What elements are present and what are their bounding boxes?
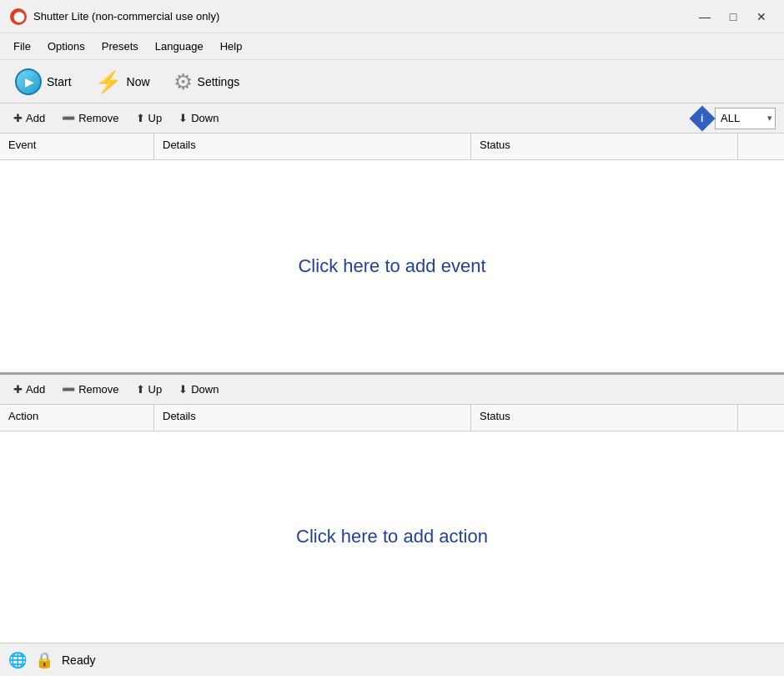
action-up-button[interactable]: ⬆ Up [131,381,168,397]
action-down-label: Down [191,383,219,396]
gear-icon: ⚙ [173,71,193,93]
action-table-body[interactable]: Click here to add action [0,431,784,643]
add-icon: ✚ [13,112,23,124]
event-col-details: Details [154,134,471,159]
title-bar: ⬤ Shutter Lite (non-commercial use only)… [0,0,784,33]
action-add-icon: ✚ [13,383,23,396]
action-add-label: Add [26,383,45,396]
app-icon: ⬤ [10,8,27,25]
event-down-button[interactable]: ⬇ Down [173,110,224,126]
action-down-icon: ⬇ [178,383,188,396]
action-remove-label: Remove [78,383,118,396]
app-title: Shutter Lite (non-commercial use only) [33,10,219,23]
action-col-status: Status [471,405,738,431]
action-col-details: Details [154,405,471,431]
event-add-button[interactable]: ✚ Add [8,110,50,126]
action-col-action: Action [0,405,154,431]
main-toolbar: ▶ Start ⚡ Now ⚙ Settings [0,60,784,103]
globe-icon: 🌐 [8,651,27,669]
event-up-label: Up [148,112,163,124]
event-down-label: Down [191,112,219,124]
event-add-prompt[interactable]: Click here to add event [298,255,485,277]
up-arrow-icon: ⬆ [136,112,145,124]
main-content: ✚ Add ➖ Remove ⬆ Up ⬇ Down i [0,103,784,643]
event-col-status: Status [471,134,738,159]
action-section: ✚ Add ➖ Remove ⬆ Up ⬇ Down Action Detail… [0,375,784,643]
action-add-button[interactable]: ✚ Add [8,381,50,397]
action-add-prompt[interactable]: Click here to add action [296,526,488,547]
title-bar-left: ⬤ Shutter Lite (non-commercial use only) [10,8,219,25]
settings-button[interactable]: ⚙ Settings [167,68,247,96]
action-remove-icon: ➖ [62,383,75,396]
start-icon: ▶ [15,68,42,95]
menu-language[interactable]: Language [148,38,210,55]
filter-wrapper: ALL Active Inactive ▾ [715,108,776,129]
event-filter-select[interactable]: ALL Active Inactive [715,108,776,129]
action-up-label: Up [148,383,163,396]
maximize-button[interactable]: □ [721,7,746,27]
event-section: ✚ Add ➖ Remove ⬆ Up ⬇ Down i [0,103,784,375]
action-up-icon: ⬆ [136,383,145,396]
title-bar-controls: — □ ✕ [692,7,774,27]
menu-options[interactable]: Options [41,38,92,55]
event-table-body[interactable]: Click here to add event [0,160,784,372]
event-remove-label: Remove [78,112,118,124]
down-arrow-icon: ⬇ [178,112,188,124]
status-text: Ready [62,653,95,667]
now-label: Now [127,75,150,88]
status-bar: 🌐 🔒 Ready [0,643,784,676]
event-toolbar: ✚ Add ➖ Remove ⬆ Up ⬇ Down i [0,103,784,134]
action-down-button[interactable]: ⬇ Down [173,381,224,397]
event-col-event: Event [0,134,154,159]
close-button[interactable]: ✕ [749,7,774,27]
action-toolbar: ✚ Add ➖ Remove ⬆ Up ⬇ Down [0,375,784,405]
menu-file[interactable]: File [7,38,38,55]
settings-label: Settings [198,75,240,88]
info-diamond-button[interactable]: i [689,105,715,131]
start-button[interactable]: ▶ Start [8,65,78,98]
action-table-header: Action Details Status [0,405,784,431]
lightning-icon: ⚡ [95,71,122,93]
menu-presets[interactable]: Presets [95,38,145,55]
menu-bar: File Options Presets Language Help [0,33,784,60]
remove-icon: ➖ [62,112,75,124]
event-up-button[interactable]: ⬆ Up [131,110,168,126]
start-label: Start [47,75,72,88]
now-button[interactable]: ⚡ Now [88,68,157,96]
event-toolbar-right: i ALL Active Inactive ▾ [693,108,776,129]
event-add-label: Add [26,112,45,124]
menu-help[interactable]: Help [214,38,249,55]
event-remove-button[interactable]: ➖ Remove [57,110,123,126]
action-remove-button[interactable]: ➖ Remove [57,381,123,397]
lock-icon: 🔒 [35,651,53,669]
minimize-button[interactable]: — [692,7,717,27]
event-table-header: Event Details Status [0,134,784,160]
